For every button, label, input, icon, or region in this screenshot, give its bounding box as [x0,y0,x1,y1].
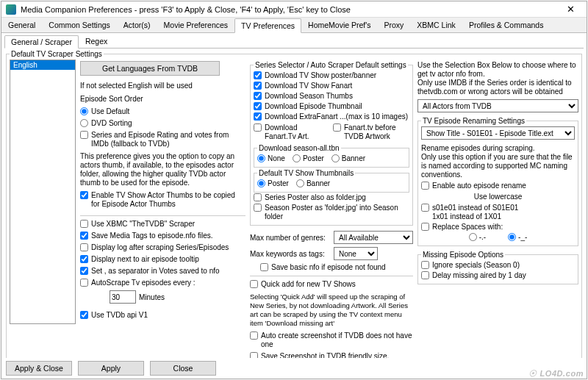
radio-season-all-poster[interactable]: Poster [293,154,324,164]
check-quick-add[interactable]: Quick add for new TV Shows [250,279,413,290]
max-genres-label: Max number of genres: [250,234,331,242]
radio-space-dash[interactable]: -.- [469,232,486,243]
autoscrape-minutes-input[interactable] [110,290,136,304]
check-use-xbmc-scraper[interactable]: Use XBMC "TheTVDB" Scraper [80,219,245,229]
check-download-fanart[interactable]: Download TV Show Fanart [254,81,409,91]
check-save-basic-nfo[interactable]: Save basic nfo if episode not found [250,262,413,273]
download-season-all-legend: Download season-all.tbn [257,144,341,152]
check-fanart-before-tvdb[interactable]: Fanart.tv before TVDB Artwork [333,123,409,142]
max-keywords-label: Max keywords as tags: [250,250,331,258]
tab-actors[interactable]: Actor(s) [117,18,157,32]
minutes-label: Minutes [139,293,165,301]
app-icon [6,4,16,15]
check-auto-screenshot[interactable]: Auto create screenshot if TVDB does not … [250,331,413,350]
rename-pattern-select[interactable]: Show Title - S01E01 - Episode Title.ext [421,126,575,140]
subtab-regex[interactable]: Regex [79,35,114,48]
tab-homemovie-prefs[interactable]: HomeMovie Pref's [301,18,377,32]
apply-close-button[interactable]: Apply & Close [6,361,72,376]
radio-season-all-none[interactable]: None [257,154,285,164]
use-lowercase-label: Use lowercase [421,191,575,203]
tab-xbmc-link[interactable]: XBMC Link [410,18,462,32]
default-thumbs-legend: Default TV Show Thumbnails [257,169,355,177]
check-set-separator[interactable]: Set , as separator in Votes saved to nfo [80,266,245,276]
get-languages-button[interactable]: Get Languages From TVDB [80,61,220,76]
check-season-poster-folder[interactable]: Season Poster as 'folder.jpg' into Seaso… [254,203,409,222]
tab-general[interactable]: General [1,18,42,32]
sort-order-label: Episode Sort Order [80,93,245,105]
subtab-general-scraper[interactable]: General / Scraper [4,35,79,49]
window-title: Media Companion Preferences - press 'F3'… [21,5,556,14]
rename-legend: TV Episode Renaming Settings [421,117,526,125]
tab-movie-preferences[interactable]: Movie Preferences [157,18,235,32]
language-item-english[interactable]: English [10,60,75,70]
fieldset-title: Default TV Scraper Settings [10,50,104,58]
check-save-media-tags[interactable]: Save Media Tags to episode.nfo files. [80,231,245,241]
tab-proxy[interactable]: Proxy [378,18,411,32]
check-download-poster-banner[interactable]: Download TV Show poster/banner [254,71,409,81]
radio-space-underscore[interactable]: -_- [508,232,527,243]
radio-dvd-sorting[interactable]: DVD Sorting [80,118,245,129]
max-keywords-select[interactable]: None [334,247,378,260]
radio-use-default[interactable]: Use Default [80,107,245,117]
tab-tv-preferences[interactable]: TV Preferences [234,18,301,33]
check-enable-auto-rename[interactable]: Enable auto episode rename [421,181,575,191]
check-download-fanart-tv[interactable]: Download Fanart.Tv Art. [254,123,330,142]
english-default-note: If not selected English will be used [80,80,245,92]
quick-add-note: Selecting 'Quick Add' will speed up the … [250,291,413,329]
radio-season-all-banner[interactable]: Banner [331,154,365,164]
max-genres-select[interactable]: All Available [334,231,413,244]
rename-note: Rename episodes during scraping. Only us… [421,143,575,181]
main-tabs: General Common Settings Actor(s) Movie P… [1,18,587,33]
close-button[interactable]: Close [150,361,216,376]
radio-default-banner[interactable]: Banner [296,179,330,189]
check-display-next-air[interactable]: Display next to air episode tooltip [80,254,245,265]
check-series-poster-folder[interactable]: Series Poster also as folder.jpg [254,193,409,203]
check-imdb-rating-votes[interactable]: Series and Episode Rating and votes from… [80,130,245,149]
check-lowercase-episode-id[interactable]: s01e01 instead of S01E01 1x01 instead of… [421,203,575,222]
missing-legend: Missing Episode Options [421,251,505,259]
check-use-tvdb-api-v1[interactable]: Use TVDb api V1 [80,310,245,320]
actor-thumb-preference-text: This preference gives you the option to … [80,151,245,189]
watermark: ⦿ LO4D.com [528,369,584,378]
sub-tabs: General / Scraper Regex [4,35,584,49]
close-window-button[interactable]: ✕ [556,2,585,17]
check-ignore-specials[interactable]: Ignore specials (Season 0) [421,260,575,270]
language-list[interactable]: English [10,60,76,324]
tab-common-settings[interactable]: Common Settings [42,18,116,32]
apply-button[interactable]: Apply [78,361,144,376]
check-autoscrape[interactable]: AutoScrape Tv episodes every : [80,278,245,288]
check-enable-actor-thumbs[interactable]: Enable TV Show Actor Thumbs to be copied… [80,190,245,209]
check-display-log[interactable]: Display log after scraping Series/Episod… [80,243,245,253]
series-selector-legend: Series Selector / Auto Scraper Default s… [254,61,408,69]
actor-source-note: Use the Selection Box Below to choose wh… [417,60,578,98]
actor-source-select[interactable]: All Actors from TVDB [417,99,578,112]
check-delay-missing[interactable]: Delay missing aired by 1 day [421,270,575,281]
tab-profiles-commands[interactable]: Profiles & Commands [462,18,551,32]
check-download-episode-thumbnail[interactable]: Download Episode Thumbnail [254,101,409,112]
check-download-season-thumbs[interactable]: Download Season Thumbs [254,91,409,101]
radio-default-poster[interactable]: Poster [257,179,289,189]
check-replace-spaces[interactable]: Replace Spaces with: [421,222,575,232]
check-save-screenshot-size[interactable]: Save Screenshot in TVDB friendly size. [250,351,413,358]
check-download-extrafanart[interactable]: Download ExtraFanart ...(max is 10 image… [254,112,409,122]
